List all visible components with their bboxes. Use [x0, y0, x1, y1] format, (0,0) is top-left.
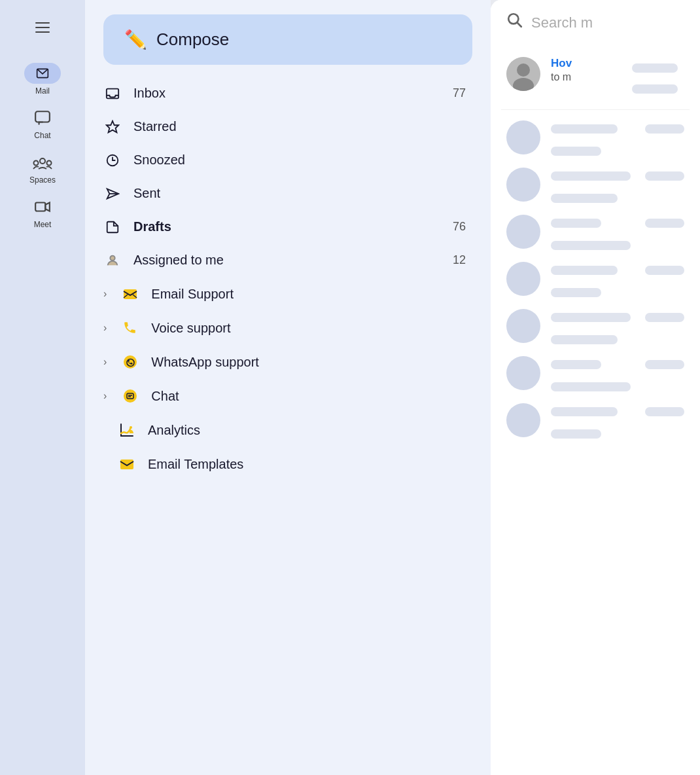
skeleton-line: [551, 429, 601, 439]
search-bar: Search m: [491, 0, 700, 45]
pencil-icon: ✏️: [124, 29, 147, 50]
skeleton-line: [551, 360, 601, 369]
sidebar-count-inbox: 77: [453, 86, 466, 100]
sidebar-count-assigned: 12: [453, 253, 466, 267]
skeleton-line: [645, 407, 684, 416]
sidebar-item-starred[interactable]: Starred: [85, 110, 484, 143]
nav-item-meet[interactable]: Meet: [0, 190, 85, 234]
svg-rect-12: [124, 289, 137, 299]
email-list: Hov to m: [491, 45, 700, 775]
svg-line-21: [517, 23, 521, 27]
sidebar-label-analytics: Analytics: [148, 423, 466, 438]
spaces-icon-wrap: [24, 152, 61, 173]
svg-point-4: [47, 161, 52, 166]
skeleton-rows: [501, 110, 690, 453]
sidebar-item-inbox[interactable]: Inbox 77: [85, 77, 484, 110]
search-placeholder[interactable]: Search m: [531, 14, 593, 31]
analytics-icon: [118, 422, 136, 438]
skeleton-line: [645, 219, 684, 228]
sidebar-label-chat: Chat: [151, 389, 466, 404]
compose-button[interactable]: ✏️ Compose: [103, 14, 472, 65]
skeleton-line: [645, 171, 684, 181]
skeleton-line: [551, 194, 618, 203]
email-support-icon: [121, 286, 139, 302]
chevron-chat: ›: [103, 390, 107, 402]
sidebar-item-email-templates[interactable]: Email Templates: [85, 447, 484, 481]
sidebar: ✏️ Compose Inbox 77 Starred Snooz: [85, 0, 491, 775]
avatar-placeholder: [506, 262, 540, 296]
voice-support-icon: [121, 320, 139, 336]
search-icon: [506, 12, 523, 33]
avatar-placeholder: [506, 309, 540, 343]
avatar-placeholder: [506, 120, 540, 154]
skeleton-line: [551, 147, 601, 156]
avatar-placeholder: [506, 403, 540, 437]
whatsapp-support-icon: [121, 354, 139, 370]
sidebar-label-whatsapp-support: WhatsApp support: [151, 355, 466, 370]
sidebar-item-email-support[interactable]: › Email Support: [85, 277, 484, 311]
svg-point-14: [124, 389, 137, 403]
email-sender: Hov: [551, 57, 621, 70]
sidebar-label-inbox: Inbox: [133, 86, 441, 101]
skeleton-row: [506, 356, 684, 395]
avatar-placeholder: [506, 215, 540, 249]
svg-point-2: [40, 158, 45, 164]
assigned-icon: [103, 253, 122, 268]
skeleton-line: [551, 288, 601, 297]
hamburger-button[interactable]: [27, 12, 58, 43]
skeleton-line: [551, 124, 618, 134]
chat-icon-wrap: [24, 107, 61, 128]
skeleton-line: [551, 313, 631, 322]
skeleton-row: [506, 215, 684, 254]
nav-item-chat[interactable]: Chat: [0, 101, 85, 145]
sidebar-count-drafts: 76: [453, 220, 466, 234]
email-templates-icon: [118, 456, 136, 472]
skeleton-row: [506, 168, 684, 207]
skeleton-line: [645, 124, 684, 134]
skeleton-row: [506, 403, 684, 442]
drafts-icon: [103, 220, 122, 234]
svg-rect-19: [120, 460, 133, 469]
svg-rect-5: [35, 203, 45, 211]
nav-label-mail: Mail: [35, 86, 50, 96]
chevron-voice-support: ›: [103, 322, 107, 334]
nav-rail: Mail Chat Spaces: [0, 0, 85, 775]
main-content: Search m Hov to m: [491, 0, 700, 775]
sidebar-item-snoozed[interactable]: Snoozed: [85, 143, 484, 177]
skeleton-line: [551, 382, 631, 391]
nav-label-spaces: Spaces: [29, 175, 56, 185]
email-preview-item[interactable]: Hov to m: [501, 45, 690, 110]
sidebar-item-analytics[interactable]: Analytics: [85, 413, 484, 447]
sidebar-label-drafts: Drafts: [133, 219, 441, 234]
sidebar-item-voice-support[interactable]: › Voice support: [85, 311, 484, 345]
sidebar-item-assigned[interactable]: Assigned to me 12: [85, 243, 484, 277]
mail-icon-wrap: [24, 63, 61, 84]
skeleton-line: [551, 266, 618, 275]
sidebar-label-starred: Starred: [133, 119, 466, 134]
chevron-email-support: ›: [103, 288, 107, 300]
skeleton-row: [506, 262, 684, 301]
skeleton-line: [632, 63, 678, 73]
skeleton-row: [506, 309, 684, 348]
sidebar-label-email-templates: Email Templates: [148, 457, 466, 472]
svg-point-23: [517, 63, 530, 77]
skeleton-line: [645, 266, 684, 275]
skeleton-line: [645, 360, 684, 369]
avatar-placeholder: [506, 168, 540, 202]
sidebar-item-whatsapp-support[interactable]: › WhatsApp support: [85, 345, 484, 379]
snoozed-icon: [103, 153, 122, 168]
sidebar-item-sent[interactable]: Sent: [85, 177, 484, 210]
nav-item-spaces[interactable]: Spaces: [0, 145, 85, 190]
skeleton-area: [632, 57, 684, 98]
avatar: [506, 57, 540, 91]
chevron-whatsapp-support: ›: [103, 356, 107, 368]
sidebar-item-drafts[interactable]: Drafts 76: [85, 210, 484, 243]
sidebar-item-chat[interactable]: › Chat: [85, 379, 484, 413]
email-subject: to m: [551, 71, 621, 83]
avatar-placeholder: [506, 356, 540, 390]
skeleton-line: [645, 313, 684, 322]
chat-sidebar-icon: [121, 388, 139, 404]
skeleton-line: [551, 407, 618, 416]
sidebar-label-email-support: Email Support: [151, 287, 466, 302]
nav-item-mail[interactable]: Mail: [0, 56, 85, 101]
